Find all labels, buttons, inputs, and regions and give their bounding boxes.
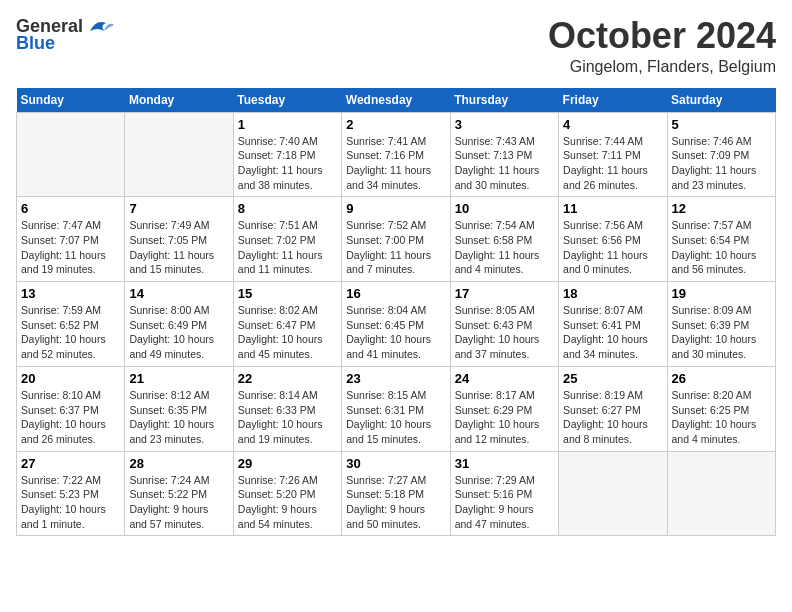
day-info: Sunrise: 7:22 AM Sunset: 5:23 PM Dayligh… bbox=[21, 473, 120, 532]
day-info: Sunrise: 8:15 AM Sunset: 6:31 PM Dayligh… bbox=[346, 388, 445, 447]
day-number: 7 bbox=[129, 201, 228, 216]
day-info: Sunrise: 8:05 AM Sunset: 6:43 PM Dayligh… bbox=[455, 303, 554, 362]
calendar-cell: 25Sunrise: 8:19 AM Sunset: 6:27 PM Dayli… bbox=[559, 366, 667, 451]
calendar-cell: 6Sunrise: 7:47 AM Sunset: 7:07 PM Daylig… bbox=[17, 197, 125, 282]
day-info: Sunrise: 7:44 AM Sunset: 7:11 PM Dayligh… bbox=[563, 134, 662, 193]
calendar-cell: 27Sunrise: 7:22 AM Sunset: 5:23 PM Dayli… bbox=[17, 451, 125, 536]
day-info: Sunrise: 7:47 AM Sunset: 7:07 PM Dayligh… bbox=[21, 218, 120, 277]
header-sunday: Sunday bbox=[17, 88, 125, 113]
calendar-cell: 7Sunrise: 7:49 AM Sunset: 7:05 PM Daylig… bbox=[125, 197, 233, 282]
week-row-1: 1Sunrise: 7:40 AM Sunset: 7:18 PM Daylig… bbox=[17, 112, 776, 197]
day-number: 20 bbox=[21, 371, 120, 386]
day-info: Sunrise: 7:43 AM Sunset: 7:13 PM Dayligh… bbox=[455, 134, 554, 193]
logo-blue-text: Blue bbox=[16, 33, 55, 54]
day-number: 27 bbox=[21, 456, 120, 471]
day-info: Sunrise: 8:09 AM Sunset: 6:39 PM Dayligh… bbox=[672, 303, 771, 362]
day-number: 21 bbox=[129, 371, 228, 386]
calendar-cell: 13Sunrise: 7:59 AM Sunset: 6:52 PM Dayli… bbox=[17, 282, 125, 367]
day-number: 28 bbox=[129, 456, 228, 471]
calendar-cell bbox=[667, 451, 775, 536]
day-number: 3 bbox=[455, 117, 554, 132]
day-number: 16 bbox=[346, 286, 445, 301]
day-number: 10 bbox=[455, 201, 554, 216]
day-number: 9 bbox=[346, 201, 445, 216]
day-info: Sunrise: 7:26 AM Sunset: 5:20 PM Dayligh… bbox=[238, 473, 337, 532]
calendar-cell: 23Sunrise: 8:15 AM Sunset: 6:31 PM Dayli… bbox=[342, 366, 450, 451]
calendar-cell bbox=[17, 112, 125, 197]
header-monday: Monday bbox=[125, 88, 233, 113]
day-number: 8 bbox=[238, 201, 337, 216]
calendar-cell: 2Sunrise: 7:41 AM Sunset: 7:16 PM Daylig… bbox=[342, 112, 450, 197]
day-info: Sunrise: 8:19 AM Sunset: 6:27 PM Dayligh… bbox=[563, 388, 662, 447]
day-number: 31 bbox=[455, 456, 554, 471]
calendar-cell: 5Sunrise: 7:46 AM Sunset: 7:09 PM Daylig… bbox=[667, 112, 775, 197]
day-info: Sunrise: 7:40 AM Sunset: 7:18 PM Dayligh… bbox=[238, 134, 337, 193]
day-info: Sunrise: 8:04 AM Sunset: 6:45 PM Dayligh… bbox=[346, 303, 445, 362]
day-number: 13 bbox=[21, 286, 120, 301]
calendar-cell: 24Sunrise: 8:17 AM Sunset: 6:29 PM Dayli… bbox=[450, 366, 558, 451]
header-friday: Friday bbox=[559, 88, 667, 113]
day-number: 14 bbox=[129, 286, 228, 301]
day-info: Sunrise: 7:49 AM Sunset: 7:05 PM Dayligh… bbox=[129, 218, 228, 277]
calendar-cell: 4Sunrise: 7:44 AM Sunset: 7:11 PM Daylig… bbox=[559, 112, 667, 197]
calendar-cell: 17Sunrise: 8:05 AM Sunset: 6:43 PM Dayli… bbox=[450, 282, 558, 367]
day-info: Sunrise: 7:59 AM Sunset: 6:52 PM Dayligh… bbox=[21, 303, 120, 362]
day-info: Sunrise: 7:56 AM Sunset: 6:56 PM Dayligh… bbox=[563, 218, 662, 277]
day-info: Sunrise: 7:27 AM Sunset: 5:18 PM Dayligh… bbox=[346, 473, 445, 532]
calendar-cell: 21Sunrise: 8:12 AM Sunset: 6:35 PM Dayli… bbox=[125, 366, 233, 451]
calendar-cell: 28Sunrise: 7:24 AM Sunset: 5:22 PM Dayli… bbox=[125, 451, 233, 536]
calendar-cell: 18Sunrise: 8:07 AM Sunset: 6:41 PM Dayli… bbox=[559, 282, 667, 367]
day-info: Sunrise: 8:17 AM Sunset: 6:29 PM Dayligh… bbox=[455, 388, 554, 447]
header-saturday: Saturday bbox=[667, 88, 775, 113]
day-number: 26 bbox=[672, 371, 771, 386]
month-title: October 2024 bbox=[548, 16, 776, 56]
header-thursday: Thursday bbox=[450, 88, 558, 113]
calendar-cell: 15Sunrise: 8:02 AM Sunset: 6:47 PM Dayli… bbox=[233, 282, 341, 367]
calendar-cell: 14Sunrise: 8:00 AM Sunset: 6:49 PM Dayli… bbox=[125, 282, 233, 367]
day-info: Sunrise: 7:41 AM Sunset: 7:16 PM Dayligh… bbox=[346, 134, 445, 193]
day-number: 22 bbox=[238, 371, 337, 386]
day-info: Sunrise: 8:02 AM Sunset: 6:47 PM Dayligh… bbox=[238, 303, 337, 362]
day-number: 29 bbox=[238, 456, 337, 471]
day-info: Sunrise: 7:57 AM Sunset: 6:54 PM Dayligh… bbox=[672, 218, 771, 277]
calendar-cell: 1Sunrise: 7:40 AM Sunset: 7:18 PM Daylig… bbox=[233, 112, 341, 197]
location-title: Gingelom, Flanders, Belgium bbox=[548, 58, 776, 76]
day-number: 11 bbox=[563, 201, 662, 216]
calendar-header-row: SundayMondayTuesdayWednesdayThursdayFrid… bbox=[17, 88, 776, 113]
calendar-cell: 29Sunrise: 7:26 AM Sunset: 5:20 PM Dayli… bbox=[233, 451, 341, 536]
calendar-cell: 19Sunrise: 8:09 AM Sunset: 6:39 PM Dayli… bbox=[667, 282, 775, 367]
calendar-cell: 26Sunrise: 8:20 AM Sunset: 6:25 PM Dayli… bbox=[667, 366, 775, 451]
calendar-cell: 30Sunrise: 7:27 AM Sunset: 5:18 PM Dayli… bbox=[342, 451, 450, 536]
day-number: 5 bbox=[672, 117, 771, 132]
calendar-cell bbox=[125, 112, 233, 197]
header-tuesday: Tuesday bbox=[233, 88, 341, 113]
calendar-cell: 10Sunrise: 7:54 AM Sunset: 6:58 PM Dayli… bbox=[450, 197, 558, 282]
day-number: 1 bbox=[238, 117, 337, 132]
day-info: Sunrise: 8:20 AM Sunset: 6:25 PM Dayligh… bbox=[672, 388, 771, 447]
day-number: 30 bbox=[346, 456, 445, 471]
calendar-cell: 3Sunrise: 7:43 AM Sunset: 7:13 PM Daylig… bbox=[450, 112, 558, 197]
calendar-cell: 16Sunrise: 8:04 AM Sunset: 6:45 PM Dayli… bbox=[342, 282, 450, 367]
calendar-table: SundayMondayTuesdayWednesdayThursdayFrid… bbox=[16, 88, 776, 537]
calendar-cell: 11Sunrise: 7:56 AM Sunset: 6:56 PM Dayli… bbox=[559, 197, 667, 282]
day-info: Sunrise: 8:10 AM Sunset: 6:37 PM Dayligh… bbox=[21, 388, 120, 447]
day-number: 25 bbox=[563, 371, 662, 386]
day-info: Sunrise: 8:14 AM Sunset: 6:33 PM Dayligh… bbox=[238, 388, 337, 447]
day-number: 15 bbox=[238, 286, 337, 301]
day-info: Sunrise: 7:51 AM Sunset: 7:02 PM Dayligh… bbox=[238, 218, 337, 277]
day-number: 23 bbox=[346, 371, 445, 386]
day-number: 24 bbox=[455, 371, 554, 386]
day-info: Sunrise: 8:07 AM Sunset: 6:41 PM Dayligh… bbox=[563, 303, 662, 362]
day-info: Sunrise: 7:46 AM Sunset: 7:09 PM Dayligh… bbox=[672, 134, 771, 193]
day-info: Sunrise: 7:54 AM Sunset: 6:58 PM Dayligh… bbox=[455, 218, 554, 277]
day-number: 19 bbox=[672, 286, 771, 301]
calendar-cell: 9Sunrise: 7:52 AM Sunset: 7:00 PM Daylig… bbox=[342, 197, 450, 282]
day-number: 17 bbox=[455, 286, 554, 301]
day-number: 18 bbox=[563, 286, 662, 301]
week-row-4: 20Sunrise: 8:10 AM Sunset: 6:37 PM Dayli… bbox=[17, 366, 776, 451]
day-number: 2 bbox=[346, 117, 445, 132]
week-row-5: 27Sunrise: 7:22 AM Sunset: 5:23 PM Dayli… bbox=[17, 451, 776, 536]
week-row-2: 6Sunrise: 7:47 AM Sunset: 7:07 PM Daylig… bbox=[17, 197, 776, 282]
calendar-cell: 12Sunrise: 7:57 AM Sunset: 6:54 PM Dayli… bbox=[667, 197, 775, 282]
day-info: Sunrise: 7:52 AM Sunset: 7:00 PM Dayligh… bbox=[346, 218, 445, 277]
